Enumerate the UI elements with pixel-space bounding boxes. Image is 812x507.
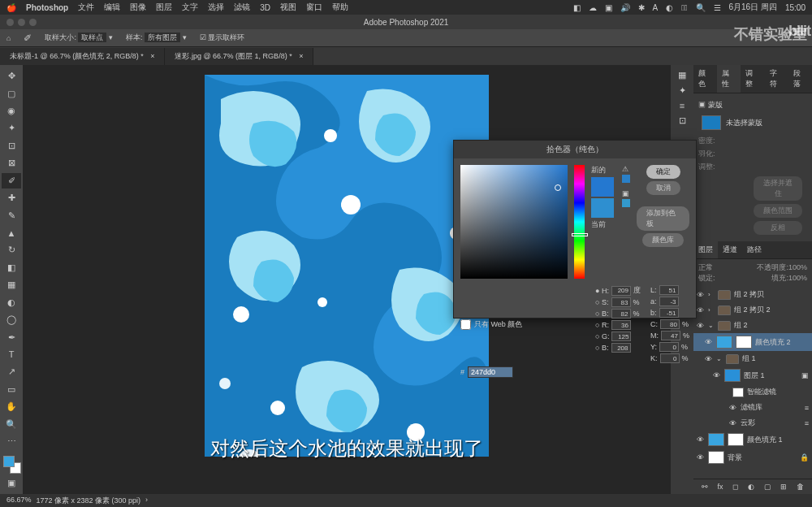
wand-tool[interactable]: ✦ bbox=[2, 120, 21, 136]
hand-tool[interactable]: ✋ bbox=[2, 399, 21, 414]
cancel-button[interactable]: 取消 bbox=[646, 181, 680, 195]
history-brush-tool[interactable]: ↻ bbox=[2, 242, 21, 258]
sat-input[interactable]: ○ S:% bbox=[595, 297, 641, 307]
menu-help[interactable]: 帮助 bbox=[332, 2, 348, 13]
wifi-icon[interactable]: �᷍ bbox=[681, 3, 687, 12]
layer-background[interactable]: 👁背景🔒 bbox=[693, 448, 812, 466]
layer-group[interactable]: 👁›组 2 拷贝 bbox=[693, 287, 812, 302]
visibility-icon[interactable]: 👁 bbox=[697, 436, 705, 444]
quickmask-tool[interactable]: ▣ bbox=[2, 475, 21, 491]
green-input[interactable]: ○ G: bbox=[595, 332, 641, 341]
path-tool[interactable]: ↗ bbox=[2, 364, 21, 379]
dodge-tool[interactable]: ◯ bbox=[2, 312, 21, 327]
menu-edit[interactable]: 编辑 bbox=[104, 2, 120, 13]
ok-button[interactable]: 确定 bbox=[646, 165, 680, 179]
color-swatches[interactable] bbox=[2, 454, 21, 473]
b-input[interactable]: b: bbox=[650, 308, 689, 318]
mask-thumbnail[interactable] bbox=[702, 115, 721, 130]
color-cursor[interactable] bbox=[555, 184, 561, 191]
menubar-date[interactable]: 6月16日 周四 bbox=[729, 2, 777, 13]
mask-icon[interactable]: ◻ bbox=[732, 483, 738, 491]
layer-thumbnail[interactable] bbox=[708, 433, 724, 446]
menubar-time[interactable]: 15:00 bbox=[785, 3, 806, 12]
layer-item[interactable]: 👁图层 1▣ bbox=[693, 366, 812, 384]
menubar-icon[interactable]: ✱ bbox=[638, 3, 645, 12]
layer-fill[interactable]: 👁颜色填充 2 bbox=[693, 333, 812, 351]
lasso-tool[interactable]: ◉ bbox=[2, 103, 21, 119]
filter-item[interactable]: 👁云彩≡ bbox=[693, 415, 812, 431]
apple-icon[interactable]: 🍎 bbox=[6, 3, 16, 12]
link-icon[interactable]: ⚯ bbox=[702, 483, 708, 491]
visibility-icon[interactable]: 👁 bbox=[705, 355, 713, 363]
layer-group[interactable]: 👁⌄组 2 bbox=[693, 318, 812, 333]
tab-paths[interactable]: 路径 bbox=[742, 241, 767, 258]
visibility-icon[interactable]: 👁 bbox=[729, 404, 737, 412]
menu-file[interactable]: 文件 bbox=[78, 2, 94, 13]
new-layer-icon[interactable]: ⊞ bbox=[780, 483, 787, 491]
warning-icon[interactable]: ⚠ bbox=[622, 165, 630, 173]
mask-thumbnail[interactable] bbox=[728, 433, 744, 446]
blur-tool[interactable]: ◐ bbox=[2, 294, 21, 310]
web-only-checkbox[interactable] bbox=[460, 319, 471, 330]
brush-tool[interactable]: ✎ bbox=[2, 207, 21, 223]
web-color-swatch[interactable] bbox=[622, 199, 630, 207]
tab-char[interactable]: 字符 bbox=[765, 65, 788, 93]
hex-input[interactable] bbox=[468, 366, 513, 378]
menubar-icon[interactable]: 🔊 bbox=[620, 3, 630, 12]
menu-select[interactable]: 选择 bbox=[208, 2, 224, 13]
mask-thumbnail[interactable] bbox=[736, 336, 752, 349]
visibility-icon[interactable]: 👁 bbox=[697, 306, 705, 314]
y-input[interactable]: Y:% bbox=[650, 342, 689, 352]
document-tab[interactable]: 未标题-1 @ 66.7% (颜色填充 2, RGB/8) * × bbox=[0, 48, 165, 65]
visibility-icon[interactable]: 👁 bbox=[697, 453, 705, 462]
document-tab[interactable]: 迷彩.jpg @ 66.7% (图层 1, RGB/8) * × bbox=[165, 48, 313, 65]
close-icon[interactable]: × bbox=[150, 52, 154, 60]
cube-icon[interactable]: ▣ bbox=[622, 189, 630, 197]
app-name[interactable]: Photoshop bbox=[26, 3, 68, 12]
crop-tool[interactable]: ⊡ bbox=[2, 138, 21, 154]
tab-layers[interactable]: 图层 bbox=[693, 241, 718, 258]
shape-tool[interactable]: ▭ bbox=[2, 382, 21, 397]
layer-group[interactable]: 👁⌄组 1 bbox=[693, 351, 812, 366]
tab-para[interactable]: 段落 bbox=[788, 65, 812, 93]
color-libraries-button[interactable]: 颜色库 bbox=[642, 233, 684, 247]
doc-info[interactable]: 1772 像素 x 2382 像素 (300 ppi) bbox=[37, 496, 141, 505]
color-range-button[interactable]: 颜色范围 bbox=[754, 204, 802, 218]
close-icon[interactable] bbox=[6, 19, 14, 26]
home-icon[interactable]: ⌂ bbox=[6, 34, 11, 42]
menu-window[interactable]: 窗口 bbox=[306, 2, 322, 13]
menu-image[interactable]: 图像 bbox=[130, 2, 146, 13]
eyedropper-tool[interactable]: ✐ bbox=[2, 173, 21, 188]
hue-slider[interactable] bbox=[574, 165, 585, 279]
search-icon[interactable]: 🔍 bbox=[696, 3, 706, 12]
menu-text[interactable]: 文字 bbox=[182, 2, 198, 13]
visibility-icon[interactable]: 👁 bbox=[697, 291, 705, 299]
invert-button[interactable]: 反相 bbox=[754, 221, 802, 235]
hue-input[interactable]: ● H:度 bbox=[595, 285, 641, 296]
tab-channels[interactable]: 通道 bbox=[718, 241, 742, 258]
menubar-icon[interactable]: ☁ bbox=[589, 3, 597, 12]
layer-group[interactable]: 👁›组 2 拷贝 2 bbox=[693, 302, 812, 318]
gradient-tool[interactable]: ▦ bbox=[2, 277, 21, 292]
layer-fill[interactable]: 👁颜色填充 1 bbox=[693, 431, 812, 448]
trash-icon[interactable]: 🗑 bbox=[797, 483, 804, 491]
menubar-icon[interactable]: A bbox=[653, 3, 659, 12]
k-input[interactable]: K:% bbox=[650, 353, 689, 363]
menubar-icon[interactable]: ◐ bbox=[666, 3, 673, 12]
heal-tool[interactable]: ✚ bbox=[2, 190, 21, 206]
panel-icon[interactable]: ▦ bbox=[678, 70, 686, 80]
zoom-tool[interactable]: 🔍 bbox=[2, 416, 21, 431]
select-subject-button[interactable]: 选择并遮住 bbox=[754, 176, 802, 201]
layer-thumbnail[interactable] bbox=[708, 451, 724, 464]
red-input[interactable]: ○ R: bbox=[595, 320, 641, 330]
more-tools[interactable]: ⋯ bbox=[2, 434, 21, 449]
tab-properties[interactable]: 属性 bbox=[717, 65, 741, 93]
panel-icon[interactable]: ⊡ bbox=[679, 115, 686, 126]
layer-thumbnail[interactable] bbox=[724, 369, 741, 382]
l-input[interactable]: L: bbox=[650, 285, 689, 295]
menubar-icon[interactable]: ◧ bbox=[573, 3, 581, 12]
zoom-level[interactable]: 66.67% bbox=[6, 496, 32, 505]
blue-input[interactable]: ○ B: bbox=[595, 343, 641, 353]
move-tool[interactable]: ✥ bbox=[2, 68, 21, 84]
minimize-icon[interactable] bbox=[18, 19, 25, 26]
